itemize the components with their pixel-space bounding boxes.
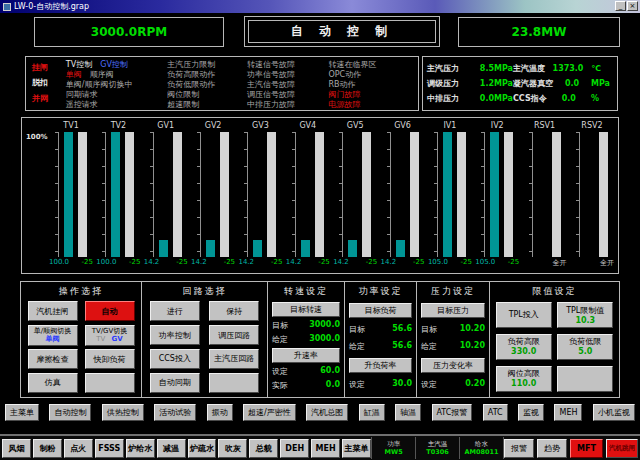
nav-button[interactable]: MEH <box>554 404 582 421</box>
valve-position-value <box>570 258 588 270</box>
nav-button[interactable]: 主菜单 <box>5 404 39 421</box>
auto-button[interactable]: 自动 <box>85 301 135 321</box>
gv-state: GV <box>112 335 123 343</box>
load-low-limit-button[interactable]: 负荷低限 5.0 <box>557 334 613 360</box>
fast-load-dump-button[interactable]: 快卸负荷 <box>85 349 135 369</box>
bar-tick-scale <box>197 132 201 257</box>
speed-given-label: 给定 <box>272 334 288 345</box>
nav-button[interactable]: 自动控制 <box>49 404 91 421</box>
trend-button[interactable]: 趋势 <box>537 439 567 458</box>
valve-high-limit-button[interactable]: 阀位高限 110.0 <box>496 366 552 392</box>
valve-bar-group: IV1 105.0 -25 <box>427 121 473 270</box>
exhaust-press-label: 中排压力 <box>427 93 459 104</box>
load-high-limit-label: 负荷高限 <box>508 337 540 347</box>
valve-label: GV3 <box>237 121 283 132</box>
single-seq-valve-switch-button[interactable]: 单/顺阀切换 单阀 <box>28 325 78 346</box>
valve-position-value: 14.2 <box>286 258 304 270</box>
info-cell-label: 给水 <box>475 440 488 448</box>
taskbar-button[interactable]: 炉疏水 <box>188 439 217 458</box>
valve-demand-value: -25 <box>508 258 519 270</box>
main-pressure-loop-button[interactable]: 主汽压回路 <box>209 349 259 369</box>
status-panel-left: 挂闸 脱扣 并网 TV控制 GV控制 单阀 顺序阀 单阀/顺序阀切换中 同期请求… <box>25 56 419 111</box>
pressure-rate-button[interactable]: 压力变化率 <box>421 358 485 373</box>
target-load-button[interactable]: 目标负荷 <box>349 303 412 318</box>
blank-button[interactable] <box>85 373 135 393</box>
valve-demand-slot <box>504 132 513 257</box>
valve-bar-group: GV4 14.2 -25 <box>285 121 331 270</box>
status-speed-signal-fault: 转速信号故障 <box>247 60 329 70</box>
power-control-button[interactable]: 功率控制 <box>150 325 200 345</box>
valve-position-bar <box>206 240 215 258</box>
taskbar-button[interactable]: 主菜单 <box>342 439 371 458</box>
valve-position-slot <box>64 132 73 257</box>
taskbar-button[interactable]: DEH <box>280 439 309 458</box>
nav-button[interactable]: 供热控制 <box>102 404 144 421</box>
taskbar-button[interactable]: 总貌 <box>249 439 278 458</box>
tpl-limit-button[interactable]: TPL限制值 10.3 <box>557 302 613 328</box>
valve-label: GV5 <box>332 121 378 132</box>
mw-display: 23.8MW <box>458 17 620 47</box>
alarm-button[interactable]: 报警 <box>504 439 534 458</box>
power-setting-panel: 功率设定 目标负荷 目标56.6 给定56.6 升负荷率 设定30.0 <box>345 282 417 397</box>
valve-demand-value: -25 <box>413 258 424 270</box>
taskbar-button[interactable]: MEH <box>311 439 340 458</box>
load-rate-button[interactable]: 升负荷率 <box>349 358 412 373</box>
blank-button[interactable] <box>209 373 259 393</box>
target-pressure-button[interactable]: 目标压力 <box>421 303 485 318</box>
valve-position-slot <box>301 132 310 257</box>
valve-bar-group: GV5 14.2 -25 <box>332 121 378 270</box>
taskbar-button[interactable]: 点火 <box>64 439 93 458</box>
nav-button[interactable]: 小机监视 <box>593 404 635 421</box>
turbine-latch-button[interactable]: 汽机挂闸 <box>28 301 78 321</box>
nav-button[interactable]: 活动试验 <box>154 404 196 421</box>
valve-demand-value: 全开 <box>553 258 567 270</box>
valve-label: TV2 <box>95 121 141 132</box>
valve-label: GV4 <box>285 121 331 132</box>
simulation-button[interactable]: 仿真 <box>28 373 78 393</box>
taskbar-button[interactable]: 减温 <box>157 439 186 458</box>
valve-demand-slot <box>410 132 419 257</box>
nav-button[interactable]: ATC <box>483 404 508 421</box>
taskbar-button[interactable]: 炉给水 <box>126 439 155 458</box>
steam-temp-value: 1373.0 <box>553 64 584 73</box>
auto-sync-button[interactable]: 自动同期 <box>150 373 200 393</box>
turbine-trip-button[interactable]: 汽机跳闸 <box>606 439 638 458</box>
valve-position-value <box>523 258 541 270</box>
valve-demand-value: -25 <box>82 258 93 270</box>
taskbar-button[interactable]: 制粉 <box>33 439 62 458</box>
taskbar-button[interactable]: 吹灰 <box>218 439 247 458</box>
pressure-loop-button[interactable]: 调压回路 <box>209 325 259 345</box>
nav-button[interactable]: 缸温 <box>359 404 385 421</box>
close-button[interactable]: × <box>627 1 638 11</box>
nav-button[interactable]: 超速/严密性 <box>243 404 296 421</box>
valve-label: TV1 <box>48 121 94 132</box>
valve-label: RSV2 <box>569 121 615 132</box>
nav-button[interactable]: 监视 <box>518 404 544 421</box>
tpl-limit-label: TPL限制值 <box>566 306 604 316</box>
mft-button[interactable]: MFT <box>570 439 603 458</box>
ccs-engage-button[interactable]: CCS投入 <box>150 349 200 369</box>
taskbar-button[interactable]: 风烟 <box>2 439 31 458</box>
tv-gv-switch-button[interactable]: TV/GV切换 TV GV <box>85 325 135 346</box>
tpl-engage-button[interactable]: TPL投入 <box>496 302 552 328</box>
system-taskbar: 风烟 制粉 点火 FSSS 炉给水 减温 炉疏水 吹灰 总貌 DEH MEH <box>0 434 640 460</box>
pressure-set-label: 设定 <box>421 379 437 390</box>
load-high-limit-button[interactable]: 负荷高限 330.0 <box>496 334 552 360</box>
limit-setting-title: 限值设定 <box>490 282 619 300</box>
status-tripped: 脱扣 <box>32 78 66 88</box>
valve-bar-group: IV2 105.0 -25 <box>474 121 520 270</box>
minimize-button[interactable]: _ <box>615 1 626 11</box>
nav-button[interactable]: 振动 <box>207 404 233 421</box>
valve-demand-bar <box>78 132 87 257</box>
taskbar-button[interactable]: FSSS <box>95 439 124 458</box>
nav-button[interactable]: ATC报警 <box>432 404 473 421</box>
hold-button[interactable]: 保持 <box>209 301 259 321</box>
blank-button[interactable] <box>557 366 613 392</box>
speed-rate-button[interactable]: 升速率 <box>272 348 340 363</box>
target-speed-button[interactable]: 目标转速 <box>272 302 340 317</box>
go-button[interactable]: 进行 <box>150 301 200 321</box>
status-rb-action: RB动作 <box>328 80 416 90</box>
nav-button[interactable]: 汽机总图 <box>306 404 348 421</box>
nav-button[interactable]: 轴温 <box>395 404 421 421</box>
friction-check-button[interactable]: 摩擦检查 <box>28 349 78 369</box>
